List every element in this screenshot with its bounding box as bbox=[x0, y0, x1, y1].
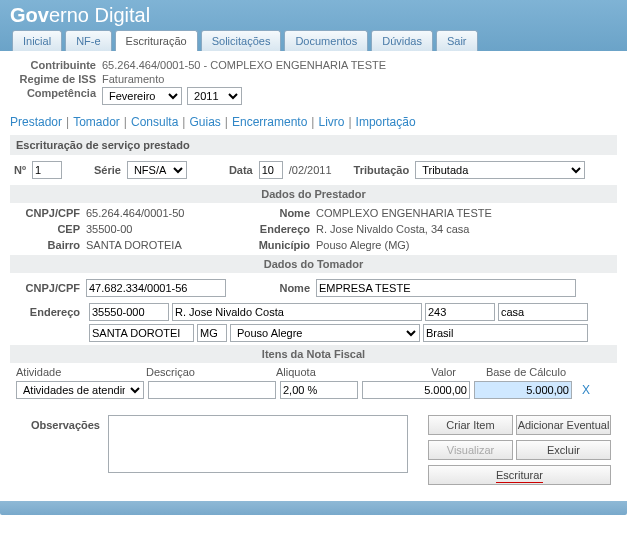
tab-duvidas[interactable]: Dúvidas bbox=[371, 30, 433, 51]
item-base-input[interactable] bbox=[474, 381, 572, 399]
main-tabs: Inicial NF-e Escrituração Solicitações D… bbox=[10, 30, 617, 51]
tomador-title: Dados do Tomador bbox=[10, 255, 617, 273]
competencia-label: Competência bbox=[10, 87, 102, 105]
prest-cnpj: 65.264.464/0001-50 bbox=[86, 207, 246, 219]
competencia-ano-select[interactable]: 2011 bbox=[187, 87, 242, 105]
item-valor-input[interactable] bbox=[362, 381, 470, 399]
tom-cep-input[interactable] bbox=[89, 303, 169, 321]
serie-select[interactable]: NFS/A bbox=[127, 161, 187, 179]
tab-nfe[interactable]: NF-e bbox=[65, 30, 111, 51]
prest-endereco-label: Endereço bbox=[246, 223, 316, 235]
tab-inicial[interactable]: Inicial bbox=[12, 30, 62, 51]
tom-cidade-select[interactable]: Pouso Alegre bbox=[230, 324, 420, 342]
subnav-prestador[interactable]: Prestador bbox=[10, 115, 62, 129]
regime-value: Faturamento bbox=[102, 73, 164, 85]
head-aliquota: Aliquota bbox=[276, 366, 356, 378]
item-delete-icon[interactable]: X bbox=[576, 383, 596, 397]
tom-bairro-input[interactable] bbox=[89, 324, 194, 342]
section-heading: Escrituração de serviço prestado bbox=[10, 135, 617, 155]
data-rest: /02/2011 bbox=[289, 164, 332, 176]
prest-bairro-label: Bairro bbox=[16, 239, 86, 251]
criar-item-button[interactable]: Criar Item bbox=[428, 415, 513, 435]
item-aliquota-input[interactable] bbox=[280, 381, 358, 399]
subnav-consulta[interactable]: Consulta bbox=[131, 115, 178, 129]
excluir-button[interactable]: Excluir bbox=[516, 440, 611, 460]
numero-input[interactable] bbox=[32, 161, 62, 179]
tom-endereco-label: Endereço bbox=[16, 306, 86, 318]
prest-municipio: Pouso Alegre (MG) bbox=[316, 239, 611, 251]
prest-nome-label: Nome bbox=[246, 207, 316, 219]
item-row: Atividades de atendimento X bbox=[10, 381, 617, 405]
tab-solicitacoes[interactable]: Solicitações bbox=[201, 30, 282, 51]
data-dia-input[interactable] bbox=[259, 161, 283, 179]
head-base: Base de Cálculo bbox=[466, 366, 566, 378]
numero-label: Nº bbox=[14, 164, 26, 176]
escriturar-button[interactable]: Escriturar bbox=[428, 465, 611, 485]
prest-municipio-label: Município bbox=[246, 239, 316, 251]
serie-label: Série bbox=[94, 164, 121, 176]
prest-nome: COMPLEXO ENGENHARIA TESTE bbox=[316, 207, 611, 219]
obs-textarea[interactable] bbox=[108, 415, 408, 473]
tab-sair[interactable]: Sair bbox=[436, 30, 478, 51]
tom-nome-input[interactable] bbox=[316, 279, 576, 297]
itens-title: Itens da Nota Fiscal bbox=[10, 345, 617, 363]
item-descricao-input[interactable] bbox=[148, 381, 276, 399]
itens-header: Atividade Descriçao Aliquota Valor Base … bbox=[10, 363, 617, 381]
tributacao-label: Tributação bbox=[354, 164, 410, 176]
subnav-guias[interactable]: Guias bbox=[189, 115, 220, 129]
head-valor: Valor bbox=[356, 366, 466, 378]
adicionar-eventual-button[interactable]: Adicionar Eventual bbox=[516, 415, 611, 435]
subnav-livro[interactable]: Livro bbox=[318, 115, 344, 129]
tab-escrituracao[interactable]: Escrituração bbox=[115, 30, 198, 51]
prest-endereco: R. Jose Nivaldo Costa, 34 casa bbox=[316, 223, 611, 235]
prest-cep-label: CEP bbox=[16, 223, 86, 235]
tom-pais-input[interactable] bbox=[423, 324, 588, 342]
data-label: Data bbox=[229, 164, 253, 176]
subnav-encerramento[interactable]: Encerramento bbox=[232, 115, 307, 129]
prest-cep: 35500-00 bbox=[86, 223, 246, 235]
obs-label: Observações bbox=[16, 415, 100, 485]
item-atividade-select[interactable]: Atividades de atendimento bbox=[16, 381, 144, 399]
contribuinte-label: Contribuinte bbox=[10, 59, 102, 71]
contribuinte-value: 65.264.464/0001-50 - COMPLEXO ENGENHARIA… bbox=[102, 59, 386, 71]
tab-documentos[interactable]: Documentos bbox=[284, 30, 368, 51]
tom-num-input[interactable] bbox=[425, 303, 495, 321]
prest-cnpj-label: CNPJ/CPF bbox=[16, 207, 86, 219]
regime-label: Regime de ISS bbox=[10, 73, 102, 85]
tom-compl-input[interactable] bbox=[498, 303, 588, 321]
subnav-importacao[interactable]: Importação bbox=[356, 115, 416, 129]
visualizar-button[interactable]: Visualizar bbox=[428, 440, 513, 460]
competencia-mes-select[interactable]: Fevereiro bbox=[102, 87, 182, 105]
tom-uf-input[interactable] bbox=[197, 324, 227, 342]
tom-cnpj-label: CNPJ/CPF bbox=[16, 282, 86, 294]
head-atividade: Atividade bbox=[16, 366, 146, 378]
tom-cnpj-input[interactable] bbox=[86, 279, 226, 297]
prestador-title: Dados do Prestador bbox=[10, 185, 617, 203]
head-descricao: Descriçao bbox=[146, 366, 276, 378]
sub-nav: Prestador| Tomador| Consulta| Guias| Enc… bbox=[10, 107, 617, 135]
tributacao-select[interactable]: Tributada bbox=[415, 161, 585, 179]
app-brand: Governo Digital bbox=[10, 4, 617, 30]
subnav-tomador[interactable]: Tomador bbox=[73, 115, 120, 129]
tom-nome-label: Nome bbox=[261, 282, 316, 294]
footer-bar bbox=[0, 501, 627, 515]
prest-bairro: SANTA DOROTEIA bbox=[86, 239, 246, 251]
tom-rua-input[interactable] bbox=[172, 303, 422, 321]
